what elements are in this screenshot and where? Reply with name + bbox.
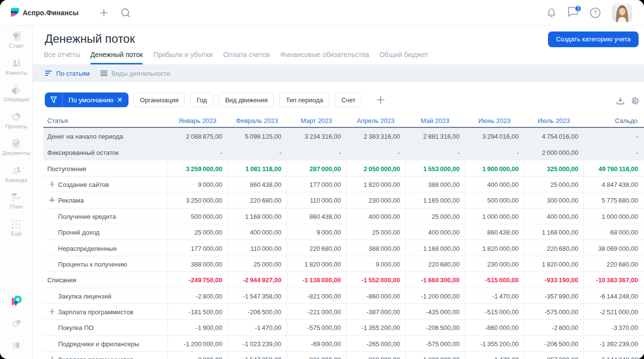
svg-text:?: ?	[594, 9, 597, 16]
svg-text:3: 3	[577, 6, 580, 11]
